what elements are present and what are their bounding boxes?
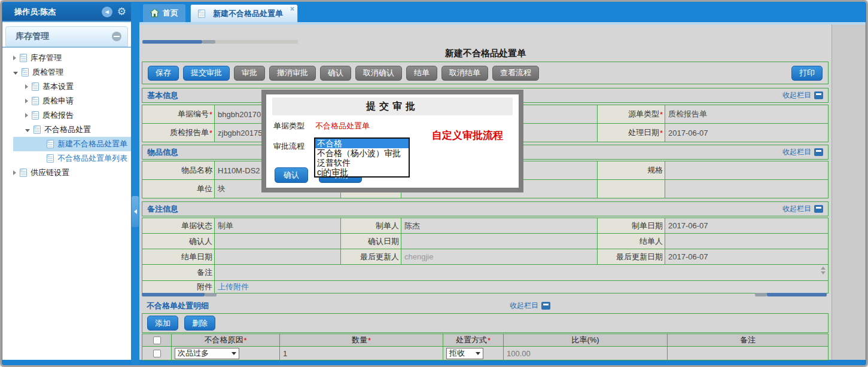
delete-row-button[interactable]: 删除: [184, 316, 215, 331]
upload-attachment-link[interactable]: 上传附件: [218, 282, 249, 292]
tab-home[interactable]: 首页: [143, 4, 185, 22]
collapse-section-link[interactable]: 收起栏目: [782, 147, 823, 157]
sidebar-item-inspection-request[interactable]: 质检申请: [2, 94, 131, 108]
flow-select-list[interactable]: 不合格 不合格（杨小波）审批 泛普软件 cj的审批: [314, 137, 410, 178]
collapse-icon: [814, 91, 823, 99]
sidebar-header: 操作员:陈杰 ◄ ⚙: [2, 2, 131, 22]
document-icon: [47, 140, 54, 148]
sidebar-item-nonconforming-disposal[interactable]: 不合格品处置: [2, 123, 131, 137]
spec-field: [665, 161, 828, 179]
col-rate: 比率(%): [504, 334, 667, 346]
custom-flow-annotation: 自定义审批流程: [432, 129, 503, 142]
flow-option[interactable]: 泛普软件: [315, 158, 409, 167]
nav-tree: 库存管理 质检管理 基本设置 质检申请 质检报告 不合格品处置 新建不合格品处置…: [2, 48, 131, 180]
quantity-cell[interactable]: 1: [280, 347, 443, 360]
collapse-section-link[interactable]: 收起栏目: [782, 204, 823, 214]
sidebar-item-new-disposal-form[interactable]: 新建不合格品处置单: [13, 137, 131, 151]
collapse-section-link[interactable]: 收起栏目: [510, 301, 550, 311]
collapse-icon: [814, 205, 823, 213]
add-row-button[interactable]: 添加: [147, 316, 178, 331]
dropdown-arrow-icon: [232, 352, 236, 355]
detail-button-bar: 添加 删除: [142, 313, 829, 333]
sidebar-item-quality-mgmt[interactable]: 质检管理: [2, 65, 131, 79]
bottom-right-scrollbar-end[interactable]: [755, 293, 767, 296]
select-all-checkbox[interactable]: [153, 337, 161, 344]
view-workflow-button[interactable]: 查看流程: [492, 66, 539, 81]
doc-type-label: 单据类型: [273, 121, 304, 131]
col-remark: 备注: [668, 334, 828, 346]
document-icon: [22, 68, 29, 77]
sidebar-splitter[interactable]: [131, 2, 139, 365]
remark-textarea[interactable]: [215, 265, 828, 280]
panel-collapse-icon[interactable]: [112, 32, 121, 41]
flow-option[interactable]: 不合格（杨小波）审批: [315, 148, 409, 158]
rate-cell: 100.00: [504, 347, 667, 360]
tree-expand-icon[interactable]: [13, 56, 16, 60]
tree-expand-icon[interactable]: [25, 99, 28, 103]
flow-option[interactable]: 不合格: [315, 139, 409, 148]
top-scrollbar-thumb[interactable]: [142, 40, 202, 44]
document-icon: [32, 111, 39, 120]
document-icon: [33, 126, 41, 134]
col-reason: 不合格原因*: [172, 334, 279, 346]
reason-select[interactable]: 次品过多: [175, 348, 239, 359]
bottom-left-scrollbar-end[interactable]: [205, 293, 217, 296]
tree-expand-icon[interactable]: [25, 84, 28, 89]
tab-new-disposal-form[interactable]: 新建不合格品处置单 ×: [190, 4, 298, 22]
collapse-back-icon[interactable]: ◄: [102, 7, 112, 17]
create-date-field: 2017-06-07: [665, 218, 828, 233]
flow-label: 审批流程: [273, 141, 304, 152]
doc-status-field: 制单: [215, 218, 340, 233]
panel-title: 库存管理: [16, 31, 112, 42]
approve-button[interactable]: 审批: [234, 66, 265, 81]
creator-field: 陈杰: [401, 218, 597, 233]
sidebar-panel-header: 库存管理: [5, 26, 128, 47]
page-title: 新建不合格品处置单: [139, 48, 832, 59]
confirm-button[interactable]: 确认: [320, 66, 351, 81]
gear-icon[interactable]: ⚙: [117, 7, 126, 17]
flow-option[interactable]: cj的审批: [315, 167, 409, 177]
method-select[interactable]: 拒收: [446, 348, 483, 359]
section-header-remark: 备注信息 收起栏目: [142, 201, 829, 216]
splitter-collapse-handle[interactable]: [132, 196, 139, 227]
revoke-approval-button[interactable]: 撤消审批: [269, 66, 316, 81]
document-icon: [32, 97, 39, 105]
collapse-section-link[interactable]: 收起栏目: [782, 90, 823, 100]
bottom-right-scrollbar-thumb[interactable]: [767, 293, 827, 296]
vertical-scrollbar-track[interactable]: [832, 25, 866, 360]
tab-close-icon[interactable]: ×: [290, 5, 294, 13]
detail-table: 不合格原因* 数量* 处置方式* 比率(%) 备注 次品过多 1 拒收 100.…: [142, 334, 829, 360]
top-scrollbar-end[interactable]: [202, 40, 215, 44]
doc-type-value: 不合格品处置单: [315, 121, 370, 131]
sidebar-item-disposal-form-list[interactable]: 不合格品处置单列表: [2, 151, 131, 166]
tree-collapse-icon[interactable]: [13, 72, 18, 75]
tree-expand-icon[interactable]: [13, 170, 16, 175]
print-button[interactable]: 打印: [791, 66, 823, 81]
dialog-confirm-button[interactable]: 确认: [275, 167, 308, 183]
row-checkbox[interactable]: [153, 350, 161, 357]
tree-expand-icon[interactable]: [25, 113, 28, 118]
tree-collapse-icon[interactable]: [25, 129, 30, 132]
sidebar: 操作员:陈杰 ◄ ⚙ 库存管理 库存管理 质检管理 基本设置 质检申请 质检报告…: [2, 2, 131, 360]
home-icon: [150, 9, 159, 17]
sidebar-item-supply-chain[interactable]: 供应链设置: [2, 166, 131, 180]
process-date-field: 2017-06-07: [665, 124, 828, 142]
last-update-date-field: 2017-06-07: [665, 249, 828, 264]
bottom-left-scrollbar-thumb[interactable]: [142, 293, 205, 296]
sidebar-item-basic-settings[interactable]: 基本设置: [2, 79, 131, 94]
cancel-confirm-button[interactable]: 取消确认: [355, 66, 402, 81]
table-row-cell: [142, 347, 171, 360]
document-icon: [20, 54, 27, 62]
source-type-field: 质检报告单: [665, 105, 828, 123]
document-icon: [47, 154, 54, 163]
app-window: 操作员:陈杰 ◄ ⚙ 库存管理 库存管理 质检管理 基本设置 质检申请 质检报告…: [0, 0, 868, 367]
save-button[interactable]: 保存: [148, 66, 179, 81]
textarea-scroll-arrows[interactable]: [821, 267, 826, 274]
sidebar-item-inspection-report[interactable]: 质检报告: [2, 108, 131, 123]
sidebar-item-inventory[interactable]: 库存管理: [2, 51, 131, 65]
cancel-close-order-button[interactable]: 取消结单: [441, 66, 488, 81]
close-order-button[interactable]: 结单: [406, 66, 437, 81]
document-icon: [20, 169, 27, 177]
document-icon: [198, 10, 205, 18]
submit-approval-button[interactable]: 提交审批: [183, 66, 230, 81]
